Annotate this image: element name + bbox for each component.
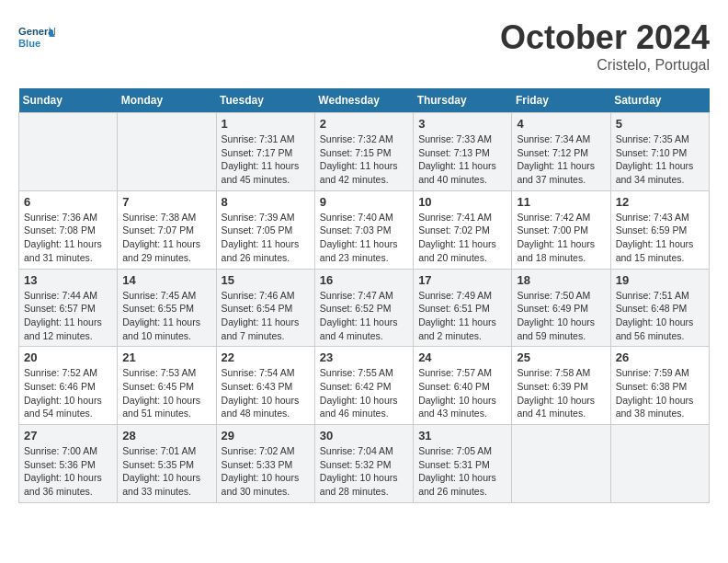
day-number: 24 — [418, 350, 506, 364]
calendar-cell: 9Sunrise: 7:40 AMSunset: 7:03 PMDaylight… — [314, 190, 413, 269]
day-number: 10 — [418, 195, 506, 209]
day-number: 29 — [222, 429, 310, 442]
day-info: Sunrise: 7:05 AMSunset: 5:31 PMDaylight:… — [418, 444, 506, 499]
day-info: Sunrise: 7:35 AMSunset: 7:10 PMDaylight:… — [616, 132, 704, 187]
day-info: Sunrise: 7:54 AMSunset: 6:43 PMDaylight:… — [222, 366, 310, 420]
logo: General Blue — [18, 18, 59, 55]
weekday-header-tuesday: Tuesday — [216, 88, 314, 113]
calendar-cell: 11Sunrise: 7:42 AMSunset: 7:00 PMDayligh… — [512, 190, 610, 269]
month-title: October 2024 — [500, 18, 710, 57]
calendar-cell: 8Sunrise: 7:39 AMSunset: 7:05 PMDaylight… — [216, 190, 314, 269]
day-info: Sunrise: 7:00 AMSunset: 5:36 PMDaylight:… — [24, 444, 112, 499]
calendar-cell: 26Sunrise: 7:59 AMSunset: 6:38 PMDayligh… — [610, 347, 709, 425]
day-info: Sunrise: 7:55 AMSunset: 6:42 PMDaylight:… — [320, 366, 408, 420]
day-info: Sunrise: 7:43 AMSunset: 6:59 PMDaylight:… — [616, 211, 704, 265]
day-number: 4 — [517, 117, 605, 131]
day-info: Sunrise: 7:47 AMSunset: 6:52 PMDaylight:… — [320, 289, 408, 343]
calendar-cell — [118, 113, 216, 191]
day-number: 3 — [418, 117, 506, 131]
calendar-week-row: 27Sunrise: 7:00 AMSunset: 5:36 PMDayligh… — [19, 425, 710, 503]
calendar-cell: 14Sunrise: 7:45 AMSunset: 6:55 PMDayligh… — [118, 269, 216, 347]
calendar-cell: 28Sunrise: 7:01 AMSunset: 5:35 PMDayligh… — [118, 425, 216, 503]
day-info: Sunrise: 7:34 AMSunset: 7:12 PMDaylight:… — [517, 132, 605, 187]
day-info: Sunrise: 7:58 AMSunset: 6:39 PMDaylight:… — [517, 366, 605, 420]
day-number: 11 — [517, 195, 605, 209]
weekday-header-friday: Friday — [512, 88, 610, 113]
day-number: 5 — [616, 117, 704, 131]
calendar-cell: 29Sunrise: 7:02 AMSunset: 5:33 PMDayligh… — [216, 425, 314, 503]
day-info: Sunrise: 7:52 AMSunset: 6:46 PMDaylight:… — [24, 366, 112, 420]
calendar-cell: 23Sunrise: 7:55 AMSunset: 6:42 PMDayligh… — [314, 347, 413, 425]
calendar-cell: 22Sunrise: 7:54 AMSunset: 6:43 PMDayligh… — [216, 347, 314, 425]
day-info: Sunrise: 7:59 AMSunset: 6:38 PMDaylight:… — [616, 366, 704, 420]
day-number: 14 — [122, 273, 210, 287]
day-number: 6 — [24, 195, 112, 209]
day-info: Sunrise: 7:38 AMSunset: 7:07 PMDaylight:… — [122, 211, 210, 265]
day-number: 23 — [320, 350, 408, 364]
day-number: 21 — [122, 350, 210, 364]
day-number: 20 — [24, 350, 112, 364]
day-info: Sunrise: 7:49 AMSunset: 6:51 PMDaylight:… — [418, 289, 506, 343]
calendar-cell: 20Sunrise: 7:52 AMSunset: 6:46 PMDayligh… — [19, 347, 118, 425]
calendar-week-row: 1Sunrise: 7:31 AMSunset: 7:17 PMDaylight… — [19, 113, 710, 191]
calendar-week-row: 6Sunrise: 7:36 AMSunset: 7:08 PMDaylight… — [19, 190, 710, 269]
calendar-cell: 19Sunrise: 7:51 AMSunset: 6:48 PMDayligh… — [610, 269, 709, 347]
day-number: 15 — [222, 273, 310, 287]
calendar-cell: 25Sunrise: 7:58 AMSunset: 6:39 PMDayligh… — [512, 347, 610, 425]
calendar-cell: 17Sunrise: 7:49 AMSunset: 6:51 PMDayligh… — [414, 269, 512, 347]
day-number: 9 — [320, 195, 408, 209]
calendar-cell: 1Sunrise: 7:31 AMSunset: 7:17 PMDaylight… — [216, 113, 314, 191]
day-number: 8 — [222, 195, 310, 209]
calendar-cell: 18Sunrise: 7:50 AMSunset: 6:49 PMDayligh… — [512, 269, 610, 347]
calendar-cell — [19, 113, 118, 191]
weekday-header-monday: Monday — [118, 88, 216, 113]
calendar-cell: 5Sunrise: 7:35 AMSunset: 7:10 PMDaylight… — [610, 113, 709, 191]
calendar-week-row: 20Sunrise: 7:52 AMSunset: 6:46 PMDayligh… — [19, 347, 710, 425]
day-number: 1 — [222, 117, 310, 131]
day-info: Sunrise: 7:33 AMSunset: 7:13 PMDaylight:… — [418, 132, 506, 187]
day-number: 13 — [24, 273, 112, 287]
day-info: Sunrise: 7:42 AMSunset: 7:00 PMDaylight:… — [517, 211, 605, 265]
page-header: General Blue October 2024 Cristelo, Port… — [18, 18, 710, 74]
day-info: Sunrise: 7:57 AMSunset: 6:40 PMDaylight:… — [418, 366, 506, 420]
calendar-cell: 13Sunrise: 7:44 AMSunset: 6:57 PMDayligh… — [19, 269, 118, 347]
calendar-week-row: 13Sunrise: 7:44 AMSunset: 6:57 PMDayligh… — [19, 269, 710, 347]
calendar-cell: 21Sunrise: 7:53 AMSunset: 6:45 PMDayligh… — [118, 347, 216, 425]
weekday-header-thursday: Thursday — [414, 88, 512, 113]
day-number: 28 — [122, 429, 210, 442]
day-number: 31 — [418, 429, 506, 442]
day-info: Sunrise: 7:39 AMSunset: 7:05 PMDaylight:… — [222, 211, 310, 265]
weekday-header-row: SundayMondayTuesdayWednesdayThursdayFrid… — [19, 88, 710, 113]
calendar-cell: 6Sunrise: 7:36 AMSunset: 7:08 PMDaylight… — [19, 190, 118, 269]
day-info: Sunrise: 7:45 AMSunset: 6:55 PMDaylight:… — [122, 289, 210, 343]
day-number: 12 — [616, 195, 704, 209]
calendar-cell: 4Sunrise: 7:34 AMSunset: 7:12 PMDaylight… — [512, 113, 610, 191]
day-info: Sunrise: 7:02 AMSunset: 5:33 PMDaylight:… — [222, 444, 310, 499]
day-info: Sunrise: 7:41 AMSunset: 7:02 PMDaylight:… — [418, 211, 506, 265]
calendar-cell: 30Sunrise: 7:04 AMSunset: 5:32 PMDayligh… — [314, 425, 413, 503]
day-number: 2 — [320, 117, 408, 131]
day-number: 27 — [24, 429, 112, 442]
calendar-cell: 31Sunrise: 7:05 AMSunset: 5:31 PMDayligh… — [414, 425, 512, 503]
calendar-cell: 15Sunrise: 7:46 AMSunset: 6:54 PMDayligh… — [216, 269, 314, 347]
location-subtitle: Cristelo, Portugal — [500, 57, 710, 74]
day-number: 26 — [616, 350, 704, 364]
day-number: 30 — [320, 429, 408, 442]
day-info: Sunrise: 7:32 AMSunset: 7:15 PMDaylight:… — [320, 132, 408, 187]
logo-icon: General Blue — [18, 18, 55, 55]
calendar-cell — [610, 425, 709, 503]
calendar-cell: 10Sunrise: 7:41 AMSunset: 7:02 PMDayligh… — [414, 190, 512, 269]
day-info: Sunrise: 7:04 AMSunset: 5:32 PMDaylight:… — [320, 444, 408, 499]
day-info: Sunrise: 7:53 AMSunset: 6:45 PMDaylight:… — [122, 366, 210, 420]
calendar-table: SundayMondayTuesdayWednesdayThursdayFrid… — [18, 88, 710, 503]
day-number: 7 — [122, 195, 210, 209]
day-number: 17 — [418, 273, 506, 287]
day-info: Sunrise: 7:31 AMSunset: 7:17 PMDaylight:… — [222, 132, 310, 187]
calendar-cell: 2Sunrise: 7:32 AMSunset: 7:15 PMDaylight… — [314, 113, 413, 191]
day-number: 25 — [517, 350, 605, 364]
weekday-header-saturday: Saturday — [610, 88, 709, 113]
title-block: October 2024 Cristelo, Portugal — [500, 18, 710, 74]
day-info: Sunrise: 7:46 AMSunset: 6:54 PMDaylight:… — [222, 289, 310, 343]
day-info: Sunrise: 7:40 AMSunset: 7:03 PMDaylight:… — [320, 211, 408, 265]
calendar-cell: 24Sunrise: 7:57 AMSunset: 6:40 PMDayligh… — [414, 347, 512, 425]
